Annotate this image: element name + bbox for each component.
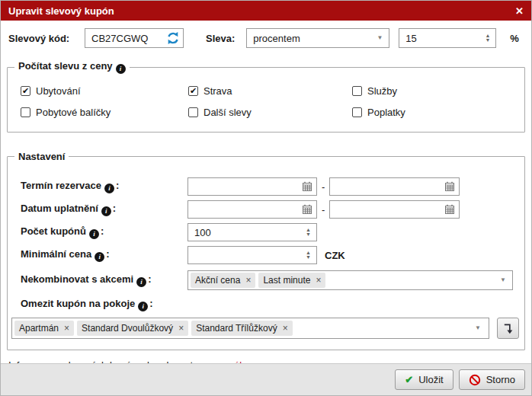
redeem-date-row: Datum uplatněníi: - (21, 200, 515, 219)
coupon-code-row: Slevový kód: Sleva: procentem ▼ ▲ ▼ % (8, 28, 524, 48)
remove-tag-icon[interactable]: × (64, 324, 69, 333)
coupon-count-stepper: ▲ ▼ (187, 223, 317, 241)
checkbox-label: Pobytové balíčky (36, 107, 111, 118)
checkbox-dalsi-slevy[interactable]: Další slevy (188, 107, 352, 118)
reservation-to-input[interactable] (329, 177, 460, 196)
price-source-fieldset: Počítat slevu z cenyi ✔ Ubytování ✔ Stra… (7, 60, 525, 133)
cancel-button-label: Storno (486, 374, 515, 385)
checkbox-box[interactable]: ✔ (21, 86, 30, 96)
reservation-to-field (329, 177, 460, 196)
settings-fieldset: Nastavení Termín rezervacei: - (7, 151, 525, 350)
discount-label: Sleva: (206, 33, 235, 44)
remove-tag-icon[interactable]: × (283, 324, 288, 333)
no-entry-icon (469, 374, 481, 386)
redeem-date-label: Datum uplatněníi: (21, 203, 187, 216)
rooms-label-row: Omezit kupón na pokojei: (21, 298, 515, 311)
remove-tag-icon[interactable]: × (245, 276, 251, 285)
info-icon[interactable]: i (89, 229, 99, 239)
price-source-legend: Počítat slevu z cenyi (14, 60, 130, 74)
coupon-count-row: Počet kupónůi: ▲ ▼ (21, 223, 515, 241)
discount-value-stepper: ▲ ▼ (399, 28, 496, 48)
checkbox-strava[interactable]: ✔ Strava (188, 85, 352, 97)
min-price-input[interactable] (187, 246, 317, 264)
checkbox-box[interactable] (188, 107, 198, 117)
checkbox-label: Poplatky (367, 107, 405, 118)
checkbox-label: Služby (367, 85, 397, 97)
checkbox-label: Další slevy (204, 107, 252, 118)
chevron-down-icon: ▼ (475, 325, 481, 331)
info-icon[interactable]: i (138, 302, 148, 311)
move-down-button[interactable] (497, 318, 519, 339)
redeem-from-input[interactable] (187, 200, 317, 219)
spinner-arrows[interactable]: ▲ ▼ (306, 228, 311, 237)
min-price-row: Minimální cenai: ▲ ▼ CZK (21, 246, 515, 264)
promotions-label: Nekombinovat s akcemii: (21, 273, 187, 287)
settings-legend: Nastavení (14, 151, 69, 162)
promotions-multiselect[interactable]: Akční cena × Last minute × ▼ (187, 270, 513, 290)
min-price-label: Minimální cenai: (21, 248, 187, 262)
checkbox-pobytove-balicky[interactable]: Pobytové balíčky (21, 107, 188, 118)
checkbox-box[interactable]: ✔ (188, 86, 198, 96)
calendar-icon[interactable] (302, 181, 312, 192)
checkbox-ubytovani[interactable]: ✔ Ubytování (21, 85, 188, 97)
chevron-down-icon: ▼ (500, 277, 506, 283)
discount-value-input[interactable] (399, 28, 496, 48)
spin-down-icon[interactable]: ▼ (306, 255, 311, 260)
dialog-title: Upravit slevový kupón (8, 5, 515, 17)
tag-apartman: Apartmán × (14, 321, 74, 336)
spin-down-icon[interactable]: ▼ (485, 38, 490, 43)
rooms-label: Omezit kupón na pokojei: (21, 298, 153, 309)
remove-tag-icon[interactable]: × (178, 324, 184, 333)
coupon-count-input[interactable] (187, 223, 317, 241)
info-icon[interactable]: i (95, 252, 104, 262)
checkbox-box[interactable] (352, 107, 362, 117)
discount-type-select[interactable]: procentem ▼ (246, 28, 389, 48)
info-icon[interactable]: i (136, 277, 146, 287)
discount-type-value: procentem (253, 33, 300, 44)
spinner-arrows[interactable]: ▲ ▼ (306, 251, 311, 260)
tag-last-minute: Last minute × (258, 273, 325, 288)
calendar-icon[interactable] (444, 204, 455, 215)
settings-body: Termín rezervacei: - (8, 168, 524, 350)
info-icon[interactable]: i (104, 184, 114, 193)
save-button-label: Uložit (418, 374, 444, 385)
calendar-icon[interactable] (302, 204, 312, 215)
tag-standard-dvouluzkovy: Standard Dvoulůžkový × (77, 321, 188, 336)
coupon-count-label: Počet kupónůi: (21, 225, 187, 239)
close-icon[interactable]: ✕ (515, 6, 524, 16)
rooms-row: Apartmán × Standard Dvoulůžkový × Standa… (11, 318, 519, 339)
dialog-footer: ✔ Uložit Storno (1, 363, 531, 395)
checkbox-label: Strava (204, 85, 232, 97)
chevron-down-icon: ▼ (377, 35, 383, 41)
promotions-row: Nekombinovat s akcemii: Akční cena × Las… (21, 270, 515, 290)
rooms-multiselect[interactable]: Apartmán × Standard Dvoulůžkový × Standa… (11, 318, 489, 339)
checkbox-box[interactable] (21, 107, 30, 117)
save-button[interactable]: ✔ Uložit (395, 369, 453, 390)
remove-tag-icon[interactable]: × (316, 276, 321, 285)
reservation-from-field (187, 177, 317, 196)
discount-unit-label: % (510, 33, 519, 44)
spinner-arrows[interactable]: ▲ ▼ (485, 34, 490, 43)
checkbox-grid: ✔ Ubytování ✔ Strava Služby Pobytové bal… (8, 74, 524, 132)
reservation-from-input[interactable] (187, 177, 317, 196)
info-icon[interactable]: i (116, 64, 126, 74)
refresh-icon[interactable] (166, 31, 180, 45)
reservation-date-label: Termín rezervacei: (21, 180, 187, 193)
checkbox-box[interactable] (352, 86, 362, 96)
info-icon[interactable]: i (101, 206, 111, 216)
calendar-icon[interactable] (444, 181, 455, 192)
checkbox-sluzby[interactable]: Služby (352, 85, 517, 97)
spin-down-icon[interactable]: ▼ (306, 232, 311, 237)
redeem-to-field (329, 200, 460, 219)
dialog-titlebar: Upravit slevový kupón ✕ (1, 1, 531, 21)
currency-label: CZK (325, 250, 345, 261)
range-separator: - (322, 181, 325, 193)
cancel-button[interactable]: Storno (459, 369, 525, 390)
checkbox-poplatky[interactable]: Poplatky (352, 107, 517, 118)
check-icon: ✔ (405, 375, 413, 385)
coupon-code-label: Slevový kód: (8, 33, 85, 44)
redeem-to-input[interactable] (329, 200, 460, 219)
reservation-date-row: Termín rezervacei: - (21, 177, 515, 196)
edit-coupon-dialog: Upravit slevový kupón ✕ Slevový kód: Sle… (0, 0, 532, 396)
coupon-code-field-wrap (85, 28, 184, 48)
